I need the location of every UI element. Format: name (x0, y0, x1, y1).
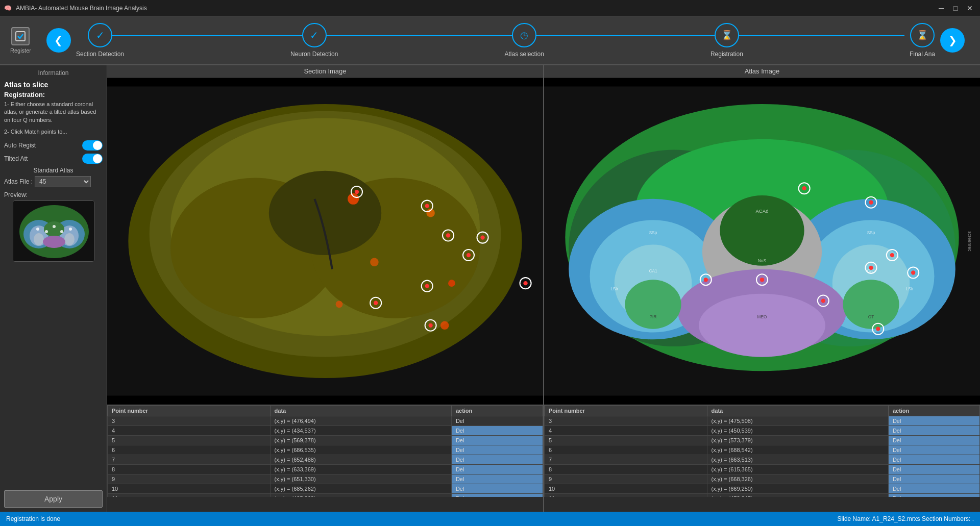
section-action-cell[interactable]: Del (451, 455, 543, 465)
wizard-header: Register ❮ ✓ Section Detection ✓ Neuron … (0, 16, 980, 65)
register-button[interactable]: Register (10, 27, 31, 54)
atlas-del-button[interactable]: Del (893, 447, 901, 453)
section-del-button[interactable]: Del (456, 447, 464, 453)
section-action-cell[interactable]: Del (451, 426, 543, 436)
atlas-del-button[interactable]: Del (893, 428, 901, 434)
section-action-cell[interactable]: Del (451, 494, 543, 497)
section-action-cell[interactable]: Del (451, 445, 543, 455)
standard-atlas-label: Standard Atlas (4, 167, 103, 174)
section-action-cell[interactable]: Del (451, 416, 543, 426)
section-del-button[interactable]: Del (456, 476, 464, 482)
atlas-action-cell[interactable]: Del (888, 426, 979, 436)
svg-rect-0 (16, 32, 25, 41)
atlas-action-cell[interactable]: Del (888, 436, 979, 445)
atlas-del-button[interactable]: Del (893, 457, 901, 463)
atlas-del-button[interactable]: Del (893, 486, 901, 492)
auto-regist-toggle[interactable] (82, 140, 103, 151)
section-table-scroll[interactable]: Point number data action 3 (x,y) = (476,… (107, 405, 543, 497)
nav-forward-button[interactable]: ❯ (940, 28, 965, 53)
atlas-action-cell[interactable]: Del (888, 474, 979, 484)
section-data-cell: (x,y) = (652,488) (270, 455, 451, 465)
section-data-cell: (x,y) = (476,494) (270, 416, 451, 426)
close-button[interactable]: ✕ (964, 2, 976, 14)
check-icon-neuron: ✓ (310, 29, 318, 41)
section-point-cell: 3 (108, 416, 271, 426)
atlas-point-cell: 10 (545, 484, 707, 494)
wizard-circle-registration[interactable]: ⌛ (715, 23, 739, 47)
svg-point-25 (448, 280, 455, 287)
wizard-circle-final-ana[interactable]: ⌛ (910, 23, 935, 47)
atlas-table-scroll[interactable]: Point number data action 3 (x,y) = (475,… (544, 405, 980, 497)
nav-back-button[interactable]: ❮ (46, 28, 71, 53)
atlas-action-cell[interactable]: Del (888, 455, 979, 465)
svg-point-84 (911, 270, 915, 274)
atlas-col-action: action (888, 406, 979, 416)
section-col-point: Point number (108, 406, 271, 416)
section-action-cell[interactable]: Del (451, 484, 543, 494)
atlas-point-cell: 7 (545, 455, 707, 465)
atlas-del-button[interactable]: Del (893, 466, 901, 472)
atlas-table-row: 9 (x,y) = (668,326) Del (545, 474, 980, 484)
svg-text:NuS: NuS (758, 259, 767, 263)
atlas-data-cell: (x,y) = (450,539) (707, 426, 888, 436)
section-del-button[interactable]: Del (456, 486, 464, 492)
section-del-button[interactable]: Del (456, 457, 464, 463)
wizard-step-neuron-detection[interactable]: ✓ Neuron Detection (290, 23, 338, 58)
check-icon-section: ✓ (96, 29, 105, 41)
atlas-del-button[interactable]: Del (893, 495, 901, 497)
atlas-data-cell: (x,y) = (573,379) (707, 436, 888, 445)
wizard-circle-section-detection[interactable]: ✓ (88, 23, 112, 47)
svg-point-59 (720, 195, 804, 266)
wizard-step-section-detection[interactable]: ✓ Section Detection (76, 23, 124, 58)
section-del-button[interactable]: Del (456, 428, 464, 434)
section-point-cell: 11 (108, 494, 271, 497)
atlas-del-button[interactable]: Del (893, 418, 901, 424)
section-table-row: 6 (x,y) = (686,535) Del (108, 445, 543, 455)
wizard-circle-atlas-selection[interactable]: ◷ (512, 23, 536, 47)
atlas-action-cell[interactable]: Del (888, 416, 979, 426)
section-action-cell[interactable]: Del (451, 465, 543, 474)
minimize-button[interactable]: ─ (935, 2, 947, 14)
wizard-circle-neuron-detection[interactable]: ✓ (302, 23, 327, 47)
apply-button[interactable]: Apply (4, 490, 103, 508)
section-del-button[interactable]: Del (456, 466, 464, 472)
atlas-table-row: 11 (x,y) = (473,247) Del (545, 494, 980, 497)
section-del-button[interactable]: Del (456, 437, 464, 443)
section-action-cell[interactable]: Del (451, 474, 543, 484)
atlas-action-cell[interactable]: Del (888, 445, 979, 455)
svg-point-28 (336, 301, 343, 308)
section-point-cell: 5 (108, 436, 271, 445)
tilted-att-toggle[interactable] (82, 154, 103, 164)
atlas-del-button[interactable]: Del (893, 437, 901, 443)
atlas-image-panel: Atlas Image (544, 65, 980, 405)
section-data-cell: (x,y) = (633,369) (270, 465, 451, 474)
wizard-label-section-detection: Section Detection (76, 51, 124, 58)
atlas-file-select[interactable]: 45 46 47 (35, 176, 91, 187)
svg-point-76 (760, 278, 764, 282)
svg-point-40 (425, 204, 429, 208)
svg-text:CA1: CA1 (649, 269, 657, 273)
status-left: Registration is done (6, 515, 60, 522)
atlas-action-cell[interactable]: Del (888, 494, 979, 497)
wizard-step-atlas-selection[interactable]: ◷ Atlas selection (504, 23, 544, 58)
atlas-point-cell: 6 (545, 445, 707, 455)
wizard-step-registration[interactable]: ⌛ Registration (710, 23, 743, 58)
section-action-cell[interactable]: Del (451, 436, 543, 445)
atlas-del-button[interactable]: Del (893, 476, 901, 482)
images-row: Section Image (107, 65, 980, 405)
section-del-button[interactable]: Del (456, 418, 464, 424)
info-title: Information (4, 69, 103, 77)
atlas-col-data: data (707, 406, 888, 416)
atlas-data-cell: (x,y) = (668,326) (707, 474, 888, 484)
wizard-label-final-ana: Final Ana (910, 51, 935, 58)
atlas-image-canvas[interactable]: ACAd SSp SSp CA1 CA1 LStr LStr NuS MEO P… (544, 78, 980, 405)
preview-box (13, 201, 94, 262)
atlas-action-cell[interactable]: Del (888, 465, 979, 474)
wizard-step-final-ana[interactable]: ⌛ Final Ana (910, 23, 935, 58)
svg-point-27 (440, 321, 449, 330)
section-image-canvas[interactable] (107, 78, 543, 405)
section-del-button[interactable]: Del (456, 495, 464, 497)
atlas-action-cell[interactable]: Del (888, 484, 979, 494)
maximize-button[interactable]: □ (949, 2, 962, 14)
atlas-data-cell: (x,y) = (473,247) (707, 494, 888, 497)
